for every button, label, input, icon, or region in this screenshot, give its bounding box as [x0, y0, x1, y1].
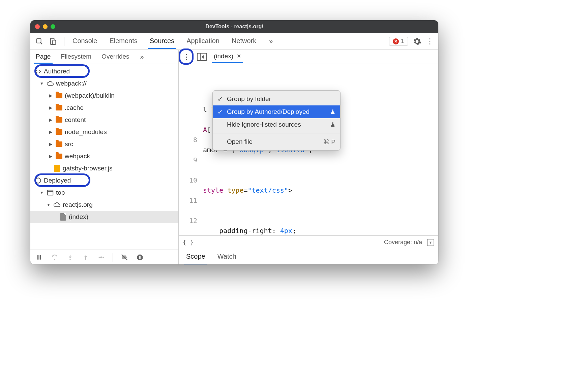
main-toolbar: Console Elements Sources Application Net…: [30, 33, 438, 50]
more-panels-button[interactable]: »: [269, 37, 273, 45]
tab-application[interactable]: Application: [185, 34, 221, 49]
tree-label: node_modules: [65, 128, 107, 136]
js-file-icon: [54, 165, 60, 172]
tree-folder[interactable]: node_modules: [30, 126, 178, 138]
menu-item-hide-ignore-listed[interactable]: Hide ignore-listed sources: [213, 118, 340, 131]
inspect-element-icon[interactable]: [35, 37, 44, 46]
flask-experiment-icon: [330, 122, 335, 128]
svg-rect-7: [37, 255, 38, 259]
tab-console[interactable]: Console: [71, 34, 98, 49]
step-into-icon[interactable]: [66, 253, 74, 261]
svg-rect-5: [48, 190, 53, 195]
tree-label: src: [65, 140, 73, 148]
menu-item-group-by-authored-deployed[interactable]: ✓ Group by Authored/Deployed: [213, 105, 340, 118]
file-tree: Authored webpack:// (webpack)/buildin .c…: [30, 64, 178, 250]
settings-gear-icon[interactable]: [413, 37, 421, 46]
tree-folder[interactable]: .cache: [30, 102, 178, 114]
sources-context-menu: ✓ Group by folder ✓ Group by Authored/De…: [212, 90, 341, 151]
menu-item-label: Group by folder: [227, 95, 271, 103]
tree-label: .cache: [65, 104, 84, 111]
folder-icon: [56, 93, 62, 98]
tree-file[interactable]: gatsby-browser.js: [30, 162, 178, 174]
zoom-window-button[interactable]: [51, 24, 55, 29]
svg-point-11: [85, 259, 86, 260]
folder-icon: [56, 154, 62, 159]
cloud-icon: [47, 80, 54, 87]
coverage-dropdown-icon[interactable]: ▼: [427, 239, 434, 246]
tree-folder[interactable]: webpack: [30, 150, 178, 162]
check-icon: ✓: [217, 108, 224, 116]
window-title: DevTools - reactjs.org/: [30, 24, 438, 30]
toolbar-separator: [64, 37, 64, 46]
svg-point-10: [69, 259, 70, 260]
subtab-watch[interactable]: Watch: [216, 249, 238, 264]
editor-file-tab-label: (index): [214, 53, 233, 60]
deactivate-breakpoints-icon[interactable]: [120, 253, 128, 261]
sources-subbar: Page Filesystem Overrides » ⋮ (index) ✕: [30, 50, 438, 64]
folder-icon: [56, 141, 62, 147]
pretty-print-icon[interactable]: { }: [183, 239, 194, 246]
pause-icon[interactable]: [35, 253, 43, 261]
device-toolbar-icon[interactable]: [49, 37, 57, 46]
sources-more-options-button[interactable]: ⋮: [181, 51, 192, 63]
tree-folder[interactable]: src: [30, 138, 178, 150]
subtab-filesystem[interactable]: Filesystem: [59, 50, 93, 64]
close-window-button[interactable]: [35, 24, 40, 29]
menu-separator: [213, 133, 340, 133]
svg-point-12: [103, 257, 105, 258]
step-out-icon[interactable]: [82, 253, 90, 261]
svg-rect-2: [53, 40, 56, 44]
tab-sources[interactable]: Sources: [148, 34, 176, 49]
folder-icon: [56, 117, 62, 123]
folder-icon: [56, 105, 62, 110]
debugger-subtabs: Scope Watch: [179, 249, 438, 264]
tree-label: top: [56, 189, 65, 196]
minimize-window-button[interactable]: [43, 24, 48, 29]
deployed-section-header[interactable]: Deployed: [30, 174, 178, 187]
line-gutter: 8 9 10 11 12 13 14 15 16 17 18: [179, 64, 200, 235]
document-icon: [60, 213, 66, 221]
pause-on-exceptions-icon[interactable]: [136, 253, 144, 261]
error-count-badge[interactable]: ✕ 1: [389, 37, 408, 46]
subtab-page[interactable]: Page: [34, 50, 52, 64]
tree-webpack[interactable]: webpack://: [30, 77, 178, 90]
tab-elements[interactable]: Elements: [108, 34, 139, 49]
svg-rect-14: [139, 256, 141, 259]
subtab-overrides[interactable]: Overrides: [100, 50, 130, 64]
menu-item-label: Group by Authored/Deployed: [227, 108, 310, 116]
menu-item-label: Open file: [227, 138, 253, 146]
svg-point-9: [54, 259, 55, 260]
more-subtabs-button[interactable]: »: [140, 53, 144, 61]
tree-label: content: [65, 116, 86, 124]
tree-folder[interactable]: (webpack)/buildin: [30, 90, 178, 102]
tab-network[interactable]: Network: [230, 34, 258, 49]
menu-item-shortcut: ⌘ P: [323, 138, 335, 146]
tree-label: webpack: [65, 153, 90, 160]
menu-item-open-file[interactable]: Open file ⌘ P: [213, 135, 340, 148]
tree-folder[interactable]: content: [30, 114, 178, 126]
folder-icon: [56, 129, 62, 135]
menu-item-label: Hide ignore-listed sources: [227, 121, 301, 128]
error-icon: ✕: [393, 38, 399, 44]
subtab-scope[interactable]: Scope: [185, 249, 207, 264]
toggle-navigator-icon[interactable]: [197, 53, 207, 61]
error-count-value: 1: [401, 38, 404, 45]
check-icon: ✓: [217, 95, 224, 103]
editor-file-tab[interactable]: (index) ✕: [212, 51, 243, 63]
cloud-icon: [53, 201, 61, 208]
debugger-controls: [30, 250, 178, 264]
panel-tabs: Console Elements Sources Application Net…: [71, 34, 273, 49]
svg-rect-8: [40, 255, 41, 259]
authored-section-header[interactable]: Authored: [30, 65, 178, 77]
tree-top-frame[interactable]: top: [30, 187, 178, 199]
main-menu-icon[interactable]: ⋮: [426, 37, 434, 46]
annotation-highlight-ring: [34, 173, 90, 187]
tree-label: webpack://: [56, 80, 87, 87]
tree-domain[interactable]: reactjs.org: [30, 199, 178, 211]
tree-label: reactjs.org: [63, 201, 93, 208]
tree-index-file[interactable]: (index): [30, 211, 178, 223]
menu-item-group-by-folder[interactable]: ✓ Group by folder: [213, 93, 340, 105]
close-tab-icon[interactable]: ✕: [237, 53, 241, 59]
step-over-icon[interactable]: [51, 253, 59, 261]
step-icon[interactable]: [97, 253, 105, 261]
